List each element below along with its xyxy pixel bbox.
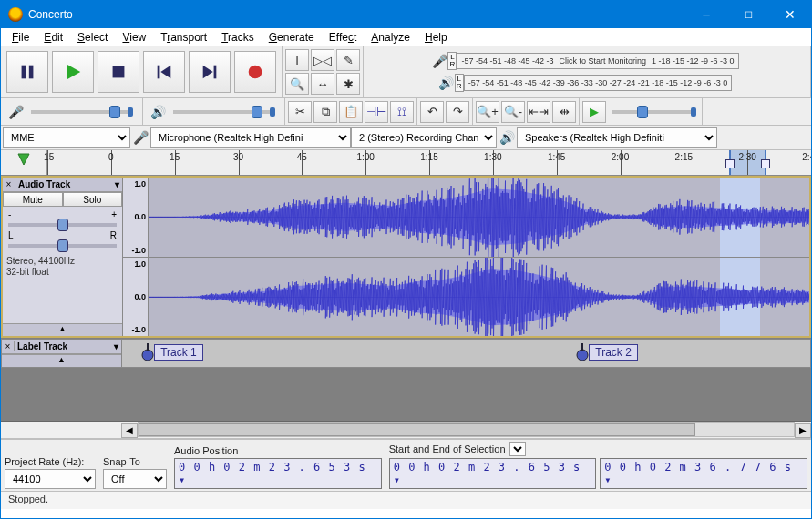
rec-device-select[interactable]: Microphone (Realtek High Defini (150, 127, 351, 148)
selection-end-field[interactable]: 0 0 h 0 2 m 3 6 . 7 7 6 s ▾ (600, 458, 807, 489)
toolbar-main: I ▷◁ ✎ 🔍 ↔ ✱ 🎤 LR -57 -54 -51 -48 -45 -4… (1, 46, 811, 98)
undo-button[interactable]: ↶ (420, 101, 444, 123)
maximize-button[interactable]: ☐ (727, 1, 769, 28)
record-button[interactable] (234, 51, 276, 93)
label-marker-1[interactable]: Track 1 (141, 343, 203, 361)
scroll-left-button[interactable]: ◀ (121, 423, 138, 438)
svg-marker-5 (160, 66, 170, 79)
time-ruler[interactable]: -1501530451:001:151:301:452:002:152:302:… (46, 150, 811, 175)
mic-icon: 🎤 (6, 105, 26, 119)
audio-position-label: Audio Position (174, 445, 382, 456)
menu-effect[interactable]: Effect (322, 29, 364, 46)
rec-meter-hint[interactable]: Click to Start Monitoring (559, 56, 646, 66)
play-device-select[interactable]: Speakers (Realtek High Definiti (517, 127, 717, 148)
zoom-in-button[interactable]: 🔍+ (476, 101, 499, 123)
audio-host-select[interactable]: MME (3, 127, 130, 148)
fit-project-button[interactable]: ⇹ (552, 101, 576, 123)
fit-selection-button[interactable]: ⇤⇥ (527, 101, 550, 123)
menu-bar: File Edit Select View Transport Tracks G… (1, 28, 811, 46)
selection-mode-select[interactable] (509, 442, 526, 456)
rec-channels-select[interactable]: 2 (Stereo) Recording Channels (351, 127, 497, 148)
copy-button[interactable]: ⧉ (313, 101, 337, 123)
svg-rect-13 (581, 343, 583, 351)
audio-track-menu[interactable]: Audio Track▾ (15, 179, 122, 189)
close-button[interactable]: ✕ (769, 1, 811, 28)
rec-meter[interactable]: -57 -54 -51 -48 -45 -42 -3 Click to Star… (457, 53, 738, 69)
play-at-speed-button[interactable]: ▶ (582, 101, 606, 123)
scroll-thumb[interactable] (139, 423, 695, 436)
channel-right[interactable]: 1.00.0-1.0 (123, 258, 809, 337)
play-button[interactable] (52, 51, 94, 93)
timeshift-tool-icon[interactable]: ↔ (311, 73, 334, 95)
play-meter-lr: LR (455, 74, 464, 92)
tracks-area[interactable]: × Audio Track▾ Mute Solo -+ LR Stereo, 4… (1, 176, 811, 422)
play-volume: 🔊 (143, 98, 285, 125)
menu-tracks[interactable]: Tracks (214, 29, 262, 46)
label-text[interactable]: Track 2 (589, 344, 638, 361)
menu-transport[interactable]: Transport (153, 29, 214, 46)
track-format-info: Stereo, 44100Hz 32-bit float (3, 254, 122, 280)
trim-button[interactable]: ⊣⊢ (365, 101, 388, 123)
silence-button[interactable]: ⟟⟟ (390, 101, 414, 123)
multi-tool-icon[interactable]: ✱ (336, 73, 360, 95)
playhead-marker-icon[interactable] (1, 150, 46, 175)
play-meter-speaker-icon[interactable]: 🔊 (438, 76, 455, 90)
menu-generate[interactable]: Generate (262, 29, 322, 46)
pause-button[interactable] (6, 51, 48, 93)
play-meter[interactable]: -57 -54 -51 -48 -45 -42 -39 -36 -33 -30 … (464, 75, 733, 91)
svg-point-12 (577, 350, 588, 361)
title-bar: Concerto ─ ☐ ✕ (1, 1, 811, 28)
audio-position-field[interactable]: 0 0 h 0 2 m 2 3 . 6 5 3 s ▾ (174, 458, 382, 489)
audio-track-close-button[interactable]: × (3, 179, 15, 189)
horizontal-scrollbar[interactable]: ◀ ▶ (1, 422, 811, 438)
solo-button[interactable]: Solo (63, 192, 123, 207)
paste-button[interactable]: 📋 (339, 101, 363, 123)
menu-analyze[interactable]: Analyze (364, 29, 417, 46)
skip-start-button[interactable] (143, 51, 185, 93)
label-text[interactable]: Track 1 (154, 344, 203, 361)
channel-left[interactable]: 1.00.0-1.0 (123, 178, 809, 258)
timeline[interactable]: -1501530451:001:151:301:452:002:152:302:… (1, 150, 811, 176)
waveform-right[interactable] (149, 258, 809, 337)
zoom-out-button[interactable]: 🔍- (501, 101, 525, 123)
pan-slider[interactable] (8, 244, 117, 248)
menu-view[interactable]: View (115, 29, 153, 46)
redo-button[interactable]: ↷ (446, 101, 469, 123)
cut-button[interactable]: ✂ (288, 101, 312, 123)
minimize-button[interactable]: ─ (685, 1, 727, 28)
svg-rect-1 (29, 66, 34, 79)
sel-handle-left[interactable] (725, 159, 735, 168)
mute-button[interactable]: Mute (3, 192, 63, 207)
svg-rect-3 (113, 66, 125, 78)
menu-select[interactable]: Select (70, 29, 115, 46)
waveform-left[interactable] (149, 178, 809, 257)
menu-help[interactable]: Help (417, 29, 455, 46)
selection-start-field[interactable]: 0 0 h 0 2 m 2 3 . 6 5 3 s ▾ (389, 458, 597, 489)
menu-edit[interactable]: Edit (36, 29, 70, 46)
label-track-body[interactable]: Track 1 Track 2 (122, 340, 810, 367)
label-track-collapse[interactable]: ▲ (2, 354, 121, 367)
stop-button[interactable] (98, 51, 139, 93)
snap-to-select[interactable]: Off (103, 469, 167, 489)
draw-tool-icon[interactable]: ✎ (336, 49, 360, 71)
svg-marker-6 (203, 66, 213, 79)
play-speed-slider[interactable] (612, 110, 694, 114)
zoom-tool-icon[interactable]: 🔍 (285, 73, 309, 95)
sel-handle-right[interactable] (761, 159, 770, 168)
menu-file[interactable]: File (5, 29, 36, 46)
selection-tool-icon[interactable]: I (285, 49, 309, 71)
audio-track-collapse[interactable]: ▲ (3, 323, 122, 336)
envelope-tool-icon[interactable]: ▷◁ (311, 49, 334, 71)
gain-slider[interactable] (8, 223, 117, 227)
project-rate-select[interactable]: 44100 (5, 469, 96, 489)
play-volume-slider[interactable] (173, 110, 273, 114)
label-track-close-button[interactable]: × (2, 341, 15, 351)
label-track-menu[interactable]: Label Track▾ (15, 341, 121, 351)
label-marker-2[interactable]: Track 2 (576, 343, 638, 361)
channel-scale: 1.00.0-1.0 (123, 258, 149, 337)
svg-rect-4 (158, 66, 160, 79)
skip-end-button[interactable] (189, 51, 231, 93)
rec-volume-slider[interactable] (31, 110, 131, 114)
scroll-right-button[interactable]: ▶ (795, 423, 811, 438)
rec-meter-mic-icon[interactable]: 🎤 (431, 54, 447, 68)
